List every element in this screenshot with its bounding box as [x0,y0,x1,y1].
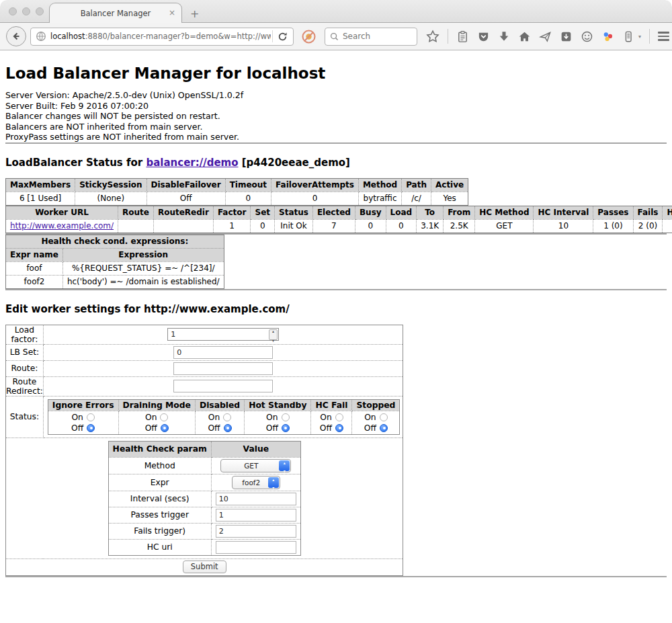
health-expressions-table: Health check cond. expressions: Expr nam… [5,235,224,289]
server-built: Server Built: Feb 9 2016 07:00:20 [5,101,667,112]
lb-set-label: LB Set: [6,344,44,360]
select-stepper-icon [268,477,279,488]
notice-proxypass: ProxyPass settings are NOT inherited fro… [5,132,667,142]
worker-status-table: Worker URL Route RouteRedir Factor Set S… [5,206,672,233]
server-version: Server Version: Apache/2.5.0-dev (Unix) … [5,90,667,101]
tab-title: Balancer Manager [81,9,151,18]
url-divider [272,30,273,42]
radio-stopped-off[interactable] [380,424,388,432]
extension-download-icon[interactable] [560,30,573,43]
radio-hot-standby-on[interactable] [282,413,290,421]
hc-passes-label: Passes trigger [108,507,211,523]
hc-method-label: Method [108,457,211,474]
tab-strip: Balancer Manager × + [0,0,672,23]
load-factor-label: Load factor: [6,325,44,344]
radio-hot-standby-off[interactable] [282,424,290,432]
minimize-window-button[interactable] [22,7,30,15]
url-text[interactable]: localhost:8880/balancer-manager?b=demo&w… [50,32,271,41]
hc-expr-select[interactable]: foof2 [232,476,280,489]
select-stepper-icon [279,460,290,471]
table-row: foof2 hc('body') =~ /domain is establish… [6,275,224,288]
radio-hc-fail-on[interactable] [335,413,343,421]
balancer-status-table: MaxMembers StickySession DisableFailover… [5,178,468,206]
divider [5,576,667,577]
search-input[interactable] [343,32,405,41]
tab-close-icon[interactable]: × [169,8,175,17]
radio-ignore-errors-off[interactable] [87,424,95,432]
hc-fails-label: Fails trigger) [108,523,211,539]
send-tab-icon[interactable] [539,30,552,43]
url-bar[interactable]: localhost:8880/balancer-manager?b=demo&w… [30,28,294,46]
route-label: Route: [6,360,44,376]
radio-stopped-on[interactable] [380,413,388,421]
radio-draining-mode-off[interactable] [161,424,169,432]
health-check-params-table: Health Check param Value Method GET Expr [108,441,301,556]
number-spinner-icon[interactable] [269,329,278,340]
table-row: foof %{REQUEST_STATUS} =~ /^[234]/ [6,261,224,275]
load-factor-input[interactable] [167,328,279,341]
hc-method-select[interactable]: GET [220,459,291,472]
table-row: 6 [1 Used] (None) Off 0 0 bytraffic /c/ … [6,192,468,205]
radio-hc-fail-off[interactable] [335,424,343,432]
load-factor-field [167,328,279,341]
server-info: Server Version: Apache/2.5.0-dev (Unix) … [5,90,667,142]
divider [5,289,667,290]
search-icon [330,32,339,41]
hc-fails-input[interactable] [216,525,296,538]
radio-disabled-off[interactable] [224,424,232,432]
back-arrow-icon [11,31,22,42]
hc-passes-input[interactable] [216,509,296,522]
route-input[interactable] [173,362,273,375]
menu-hamburger-icon[interactable] [658,32,669,41]
status-radio-table: Ignore Errors Draining Mode Disabled Hot… [48,399,401,435]
new-tab-button[interactable]: + [190,9,199,19]
submit-button[interactable]: Submit [183,560,226,573]
table-row: http://www.example.com/ 1 0 Init Ok 7 0 … [6,219,672,233]
hc-interval-label: Interval (secs) [108,491,211,507]
radio-disabled-on[interactable] [223,413,231,421]
toolbar-separator [649,29,650,44]
hc-uri-label: HC uri [108,539,211,555]
search-bar[interactable] [325,28,417,46]
edit-worker-heading: Edit worker settings for http://www.exam… [5,303,667,315]
close-window-button[interactable] [9,7,17,15]
toolbar-icons: ▾ [426,29,672,44]
downloads-icon[interactable] [498,30,510,42]
worker-settings-form: Load factor: LB Set: Route: Route Redire… [5,325,403,576]
radio-draining-mode-on[interactable] [160,413,168,421]
radio-ignore-errors-on[interactable] [87,413,95,421]
hc-interval-input[interactable] [216,493,296,505]
route-redirect-input[interactable] [173,380,273,392]
chevron-down-icon[interactable]: ▾ [638,34,641,40]
home-icon[interactable] [518,30,531,43]
pocket-icon[interactable] [477,30,490,43]
loadbalancer-status-heading: LoadBalancer Status for balancer://demo … [5,157,667,169]
hc-expr-label: Expr [108,474,211,491]
divider [5,142,667,144]
tab-balancer-manager[interactable]: Balancer Manager × [49,3,182,23]
globe-icon [36,31,46,42]
browser-window: Balancer Manager × + localhost:8880/bala… [0,0,672,623]
route-redirect-label: Route Redirect: [6,376,44,396]
back-button[interactable] [6,26,26,46]
zoom-window-button[interactable] [36,7,44,15]
lb-set-input[interactable] [173,346,273,359]
reload-icon[interactable] [278,32,288,42]
notice-balancers: Balancers are NOT inherited from main se… [5,122,667,132]
notice-persist: Balancer changes will NOT be persisted o… [5,111,667,122]
container-battery-icon[interactable] [622,30,634,43]
bookmark-star-icon[interactable] [426,30,439,43]
colored-dots-extension-icon[interactable] [601,30,614,43]
feedback-smiley-icon[interactable] [581,30,593,43]
traffic-lights [9,7,44,15]
status-label: Status: [6,396,44,438]
page-content: Load Balancer Manager for localhost Serv… [0,50,672,623]
balancer-demo-link[interactable]: balancer://demo [146,157,238,169]
toolbar-separator [448,29,448,44]
blocked-content-icon[interactable] [301,29,317,44]
page-title: Load Balancer Manager for localhost [5,65,667,82]
worker-url-link[interactable]: http://www.example.com/ [10,221,114,231]
hc-uri-input[interactable] [216,541,296,554]
navigation-toolbar: localhost:8880/balancer-manager?b=demo&w… [0,23,672,50]
reading-list-icon[interactable] [456,30,469,43]
